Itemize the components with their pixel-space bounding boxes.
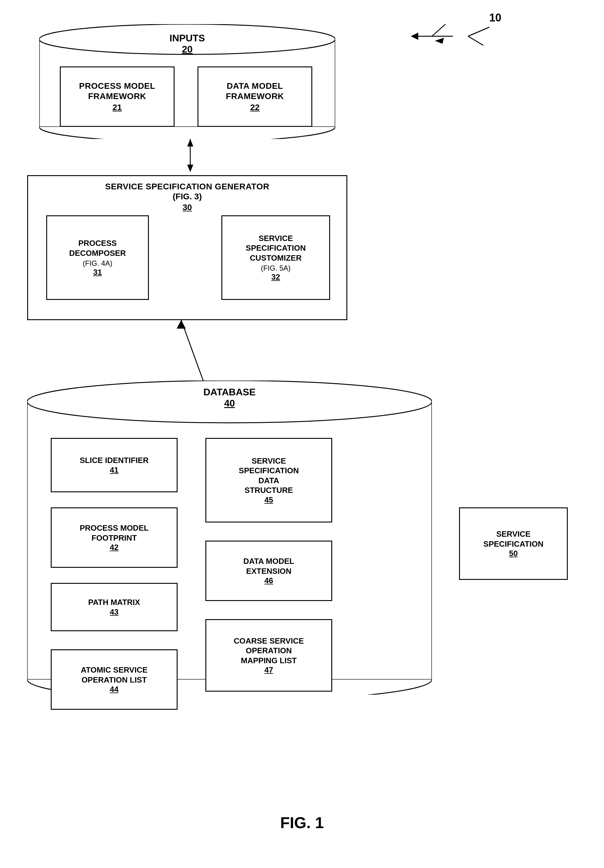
db-number: 40 <box>27 398 432 409</box>
csoml-number: 47 <box>265 665 273 675</box>
path-matrix-number: 43 <box>110 608 119 617</box>
diagram-container: 10 INPUTS 20 PROCESS MODELFRAMEWORK 21 D… <box>0 0 604 868</box>
process-decomposer-number: 31 <box>93 268 102 277</box>
svg-marker-12 <box>177 320 186 329</box>
svg-line-16 <box>468 36 483 45</box>
atomic-service-op-list-box: ATOMIC SERVICEOPERATION LIST 44 <box>51 649 178 710</box>
slice-identifier-number: 41 <box>110 465 119 475</box>
service-spec-customizer-box: SERVICESPECIFICATIONCUSTOMIZER (FIG. 5A)… <box>221 215 330 300</box>
ssc-number: 32 <box>271 273 280 282</box>
inputs-number: 20 <box>39 44 335 55</box>
service-specification-box: SERVICESPECIFICATION 50 <box>459 507 568 580</box>
csoml-title: COARSE SERVICEOPERATIONMAPPING LIST <box>234 636 304 666</box>
process-decomposer-subtitle: (FIG. 4A) <box>83 259 113 268</box>
process-model-framework-number: 21 <box>112 103 122 112</box>
dme-box: DATA MODELEXTENSION 46 <box>205 541 332 601</box>
inputs-title-area: INPUTS 20 <box>39 33 335 55</box>
data-model-framework-number: 22 <box>250 103 259 112</box>
path-matrix-box: PATH MATRIX 43 <box>51 583 178 631</box>
ss-title: SERVICESPECIFICATION <box>483 529 544 549</box>
svg-marker-17 <box>435 38 444 44</box>
data-model-framework-box: DATA MODELFRAMEWORK 22 <box>198 67 312 127</box>
db-title: DATABASE <box>27 387 432 398</box>
ssds-title: SERVICESPECIFICATIONDATASTRUCTURE <box>239 456 299 495</box>
svg-line-18 <box>443 36 466 41</box>
svg-marker-8 <box>187 139 193 146</box>
ref-zigzag-arrow <box>417 21 507 51</box>
ssg-subtitle: (FIG. 3) <box>28 192 346 202</box>
process-model-framework-title: PROCESS MODELFRAMEWORK <box>79 81 155 101</box>
csoml-box: COARSE SERVICEOPERATIONMAPPING LIST 47 <box>205 619 332 691</box>
path-matrix-title: PATH MATRIX <box>88 597 140 608</box>
ssc-title: SERVICESPECIFICATIONCUSTOMIZER <box>246 234 306 263</box>
service-spec-generator-box: SERVICE SPECIFICATION GENERATOR (FIG. 3)… <box>27 175 347 320</box>
slice-identifier-box: SLICE IDENTIFIER 41 <box>51 438 178 492</box>
inputs-title: INPUTS <box>39 33 335 44</box>
process-decomposer-box: PROCESSDECOMPOSER (FIG. 4A) 31 <box>46 215 149 300</box>
dme-title: DATA MODELEXTENSION <box>243 556 294 576</box>
fig-label: FIG. 1 <box>0 814 604 832</box>
slice-identifier-title: SLICE IDENTIFIER <box>80 456 149 465</box>
svg-line-9 <box>181 320 205 387</box>
dme-number: 46 <box>265 576 273 585</box>
ssc-subtitle: (FIG. 5A) <box>261 264 291 273</box>
ssg-number: 30 <box>28 203 346 212</box>
arrow-inputs-to-ssg <box>175 139 205 175</box>
data-model-framework-title: DATA MODELFRAMEWORK <box>226 81 284 101</box>
ssg-title: SERVICE SPECIFICATION GENERATOR <box>28 181 346 192</box>
process-model-footprint-box: PROCESS MODELFOOTPRINT 42 <box>51 507 178 568</box>
ssds-number: 45 <box>265 495 273 505</box>
asol-number: 44 <box>110 685 119 694</box>
process-model-framework-box: PROCESS MODELFRAMEWORK 21 <box>60 67 175 127</box>
database-title-area: DATABASE 40 <box>27 387 432 409</box>
ssds-box: SERVICESPECIFICATIONDATASTRUCTURE 45 <box>205 438 332 522</box>
asol-title: ATOMIC SERVICEOPERATION LIST <box>81 665 147 685</box>
svg-line-15 <box>468 27 489 36</box>
pmf-number: 42 <box>110 543 119 552</box>
process-decomposer-title: PROCESSDECOMPOSER <box>69 238 126 258</box>
pmf-title: PROCESS MODELFOOTPRINT <box>80 523 149 543</box>
svg-marker-7 <box>187 164 193 172</box>
ss-number: 50 <box>509 549 518 558</box>
